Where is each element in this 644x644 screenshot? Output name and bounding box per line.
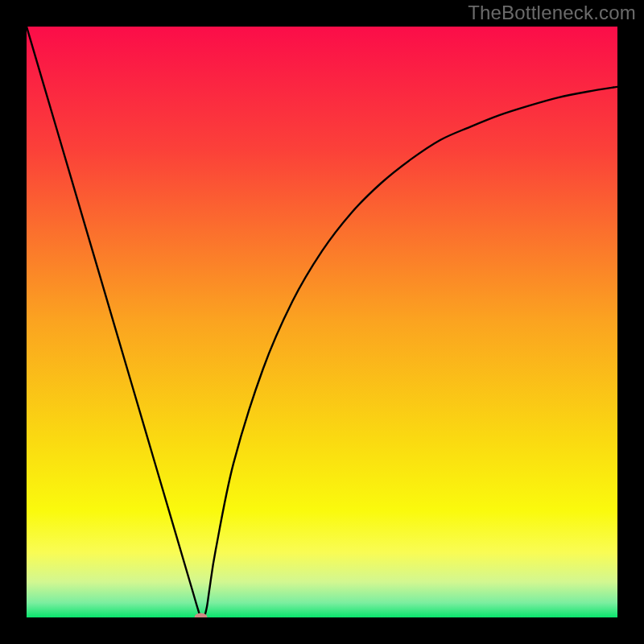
plot-background: [27, 27, 617, 617]
chart-frame: TheBottleneck.com: [0, 0, 644, 644]
chart-plot: [27, 27, 617, 617]
watermark-text: TheBottleneck.com: [468, 2, 636, 24]
